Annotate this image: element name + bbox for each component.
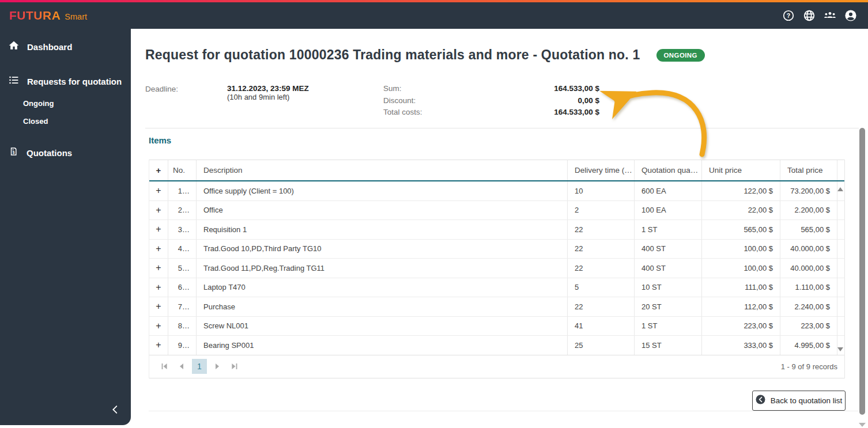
row-unit-price: 333,00 $	[702, 336, 780, 355]
column-header-no[interactable]: No.	[168, 160, 197, 180]
help-icon[interactable]: ?	[782, 9, 795, 22]
sidebar-subitem-closed[interactable]: Closed	[0, 112, 131, 130]
items-section-heading: Items	[149, 135, 171, 145]
row-total-price: 223,00 $	[780, 317, 837, 336]
column-header-unit-price[interactable]: Unit price	[702, 160, 780, 180]
discount-value: 0,00 $	[578, 96, 599, 105]
sidebar-item-quotations[interactable]: $ Quotations	[0, 139, 131, 166]
column-header-description[interactable]: Description	[197, 160, 568, 180]
account-icon[interactable]	[844, 9, 858, 22]
row-quotation-quantity: 1 ST	[635, 220, 702, 239]
language-globe-icon[interactable]	[802, 9, 816, 22]
table-scroll-up-icon[interactable]	[837, 187, 843, 191]
table-scroll-down-icon[interactable]	[837, 347, 843, 351]
list-icon	[8, 74, 20, 88]
row-number: 2…	[168, 201, 197, 220]
row-number: 6…	[168, 278, 197, 297]
row-delivery-time: 25	[568, 336, 635, 355]
row-expand-button[interactable]: +	[149, 336, 168, 355]
row-unit-price: 100,00 $	[702, 259, 780, 278]
home-icon	[8, 40, 20, 54]
table-row: +3…Requisition 1221 ST565,00 $565,00 $	[149, 220, 844, 240]
next-page-icon[interactable]	[210, 359, 224, 373]
row-unit-price: 122,00 $	[702, 181, 780, 200]
items-table-header: + No. Description Delivery time (… Quota…	[149, 160, 844, 181]
items-table-body: +1…Office supply (Client = 100)10600 EA1…	[149, 181, 844, 355]
records-count: 1 - 9 of 9 records	[781, 362, 837, 371]
page-title: Request for quotation 10000236 Trading m…	[145, 47, 640, 63]
current-page-button[interactable]: 1	[192, 359, 207, 374]
table-row: +5…Trad.Good 11,PD,Reg.Trading TG1122400…	[149, 259, 844, 278]
column-header-quotation-quantity[interactable]: Quotation qua…	[635, 160, 702, 180]
column-header-expand[interactable]: +	[149, 160, 168, 180]
row-description: Office supply (Client = 100)	[197, 181, 568, 200]
row-scroll-spacer	[837, 336, 844, 355]
row-delivery-time: 22	[568, 240, 635, 259]
row-expand-button[interactable]: +	[149, 220, 168, 239]
annotation-arrow	[599, 85, 720, 166]
row-expand-button[interactable]: +	[149, 201, 168, 220]
page-scroll-down-icon[interactable]	[859, 423, 866, 427]
row-quotation-quantity: 1 ST	[635, 317, 702, 336]
row-number: 9…	[168, 336, 197, 355]
total-costs-label: Total costs:	[383, 108, 422, 116]
column-header-total-price[interactable]: Total price	[780, 160, 837, 180]
row-delivery-time: 5	[568, 278, 635, 297]
section-divider	[145, 128, 859, 128]
row-number: 1…	[168, 181, 197, 200]
row-delivery-time: 22	[568, 259, 635, 278]
row-expand-button[interactable]: +	[149, 297, 168, 316]
sidebar-item-dashboard[interactable]: Dashboard	[0, 33, 131, 60]
app-bar: FUTURA Smart ?	[0, 2, 868, 29]
row-number: 8…	[168, 317, 197, 336]
table-row: +7…Purchase2220 ST112,00 $2.240,00 $	[149, 297, 844, 317]
summary-row-total-costs: Total costs: 164.533,00 $	[383, 108, 599, 120]
row-total-price: 40.000,00 $	[780, 240, 837, 259]
column-header-delivery-time[interactable]: Delivery time (…	[568, 160, 635, 180]
row-number: 3…	[168, 220, 197, 239]
table-row: +9…Bearing SP0012515 ST333,00 $4.995,00 …	[149, 336, 844, 355]
pagination: 1	[157, 359, 241, 374]
row-scroll-spacer	[837, 259, 844, 278]
row-unit-price: 111,00 $	[702, 278, 780, 297]
app-logo: FUTURA Smart	[9, 9, 87, 22]
row-expand-button[interactable]: +	[149, 317, 168, 336]
row-expand-button[interactable]: +	[149, 278, 168, 297]
users-icon[interactable]	[823, 9, 837, 22]
sidebar-collapse-button[interactable]	[108, 403, 123, 418]
row-scroll-spacer	[837, 278, 844, 297]
deadline-remaining: (10h and 9min left)	[227, 93, 289, 101]
previous-page-icon[interactable]	[175, 359, 188, 373]
row-unit-price: 112,00 $	[702, 297, 780, 316]
row-expand-button[interactable]: +	[149, 259, 168, 278]
items-table: + No. Description Delivery time (… Quota…	[149, 160, 845, 378]
row-number: 4…	[168, 240, 197, 259]
row-scroll-spacer	[837, 201, 844, 220]
sidebar-item-label: Dashboard	[27, 42, 72, 52]
sidebar-item-requests-for-quotation[interactable]: Requests for quotation	[0, 68, 131, 94]
row-scroll-spacer	[837, 220, 844, 239]
table-row: +6…Laptop T470510 ST111,00 $1.110,00 $	[149, 278, 844, 298]
sidebar-subitem-ongoing[interactable]: Ongoing	[0, 94, 131, 112]
row-delivery-time: 22	[568, 220, 635, 239]
row-quotation-quantity: 400 ST	[635, 240, 702, 259]
row-quotation-quantity: 20 ST	[635, 297, 702, 316]
row-unit-price: 223,00 $	[702, 317, 780, 336]
row-description: Laptop T470	[197, 278, 568, 297]
table-footer: 1 1 - 9 of 9 records	[149, 355, 844, 378]
row-description: Trad.Good 10,PD,Third Party TG10	[197, 240, 568, 259]
first-page-icon[interactable]	[157, 359, 171, 373]
brand-suffix: Smart	[65, 12, 87, 21]
row-unit-price: 22,00 $	[702, 201, 780, 220]
back-to-quotation-list-button[interactable]: Back to quotation list	[752, 391, 846, 411]
row-total-price: 2.240,00 $	[780, 297, 837, 316]
row-delivery-time: 22	[568, 297, 635, 316]
row-delivery-time: 2	[568, 201, 635, 220]
row-scroll-spacer	[837, 317, 844, 336]
table-row: +1…Office supply (Client = 100)10600 EA1…	[149, 181, 844, 201]
row-expand-button[interactable]: +	[149, 240, 168, 259]
last-page-icon[interactable]	[228, 359, 241, 373]
row-expand-button[interactable]: +	[149, 181, 168, 200]
row-quotation-quantity: 600 EA	[635, 181, 702, 200]
page-scrollbar-thumb[interactable]	[859, 128, 865, 415]
